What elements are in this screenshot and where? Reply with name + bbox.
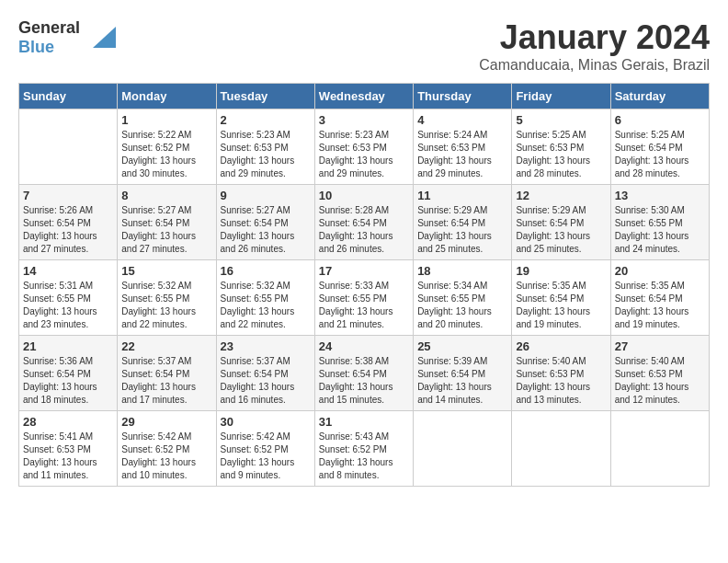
logo: General Blue [18, 18, 116, 57]
day-info: Sunrise: 5:35 AMSunset: 6:54 PMDaylight:… [516, 280, 606, 331]
day-number: 19 [516, 264, 606, 278]
calendar-header-row: SundayMondayTuesdayWednesdayThursdayFrid… [19, 84, 710, 109]
calendar-cell: 29Sunrise: 5:42 AMSunset: 6:52 PMDayligh… [118, 411, 216, 487]
day-number: 24 [319, 339, 409, 353]
day-info: Sunrise: 5:37 AMSunset: 6:54 PMDaylight:… [221, 355, 311, 407]
column-header-saturday: Saturday [610, 84, 709, 109]
calendar-cell: 16Sunrise: 5:32 AMSunset: 6:55 PMDayligh… [216, 260, 314, 336]
calendar-cell: 10Sunrise: 5:28 AMSunset: 6:54 PMDayligh… [314, 185, 413, 260]
day-info: Sunrise: 5:35 AMSunset: 6:54 PMDaylight:… [615, 280, 705, 331]
calendar-cell [512, 411, 610, 487]
logo-icon [84, 22, 116, 54]
day-info: Sunrise: 5:30 AMSunset: 6:55 PMDaylight:… [615, 204, 705, 256]
day-number: 10 [319, 189, 409, 202]
page-subtitle: Camanducaia, Minas Gerais, Brazil [479, 57, 710, 74]
calendar-cell: 9Sunrise: 5:27 AMSunset: 6:54 PMDaylight… [216, 185, 314, 260]
calendar-cell [414, 411, 512, 487]
day-number: 20 [615, 264, 705, 278]
day-info: Sunrise: 5:40 AMSunset: 6:53 PMDaylight:… [516, 355, 606, 407]
calendar-cell: 20Sunrise: 5:35 AMSunset: 6:54 PMDayligh… [610, 260, 709, 336]
calendar-cell: 22Sunrise: 5:37 AMSunset: 6:54 PMDayligh… [118, 336, 216, 411]
calendar-cell: 14Sunrise: 5:31 AMSunset: 6:55 PMDayligh… [19, 260, 118, 336]
calendar-cell: 13Sunrise: 5:30 AMSunset: 6:55 PMDayligh… [610, 185, 709, 260]
title-section: January 2024 Camanducaia, Minas Gerais, … [479, 18, 710, 74]
calendar-week-row: 28Sunrise: 5:41 AMSunset: 6:53 PMDayligh… [19, 411, 710, 487]
day-number: 23 [221, 339, 311, 353]
day-info: Sunrise: 5:23 AMSunset: 6:53 PMDaylight:… [319, 129, 409, 180]
day-number: 18 [417, 264, 507, 278]
day-number: 27 [615, 339, 705, 353]
day-info: Sunrise: 5:23 AMSunset: 6:53 PMDaylight:… [221, 129, 311, 180]
calendar-week-row: 14Sunrise: 5:31 AMSunset: 6:55 PMDayligh… [19, 260, 710, 336]
calendar-cell [19, 109, 118, 185]
day-info: Sunrise: 5:38 AMSunset: 6:54 PMDaylight:… [319, 355, 409, 407]
logo-general: General [18, 18, 80, 37]
day-number: 22 [121, 339, 211, 353]
day-info: Sunrise: 5:27 AMSunset: 6:54 PMDaylight:… [221, 204, 311, 256]
day-info: Sunrise: 5:40 AMSunset: 6:53 PMDaylight:… [615, 355, 705, 407]
day-info: Sunrise: 5:39 AMSunset: 6:54 PMDaylight:… [417, 355, 507, 407]
day-info: Sunrise: 5:28 AMSunset: 6:54 PMDaylight:… [319, 204, 409, 256]
day-number: 16 [221, 264, 311, 278]
day-info: Sunrise: 5:27 AMSunset: 6:54 PMDaylight:… [121, 204, 211, 256]
logo-blue: Blue [18, 38, 54, 56]
day-number: 14 [23, 264, 113, 278]
day-number: 12 [516, 189, 606, 202]
svg-marker-0 [93, 27, 116, 48]
calendar-cell: 27Sunrise: 5:40 AMSunset: 6:53 PMDayligh… [610, 336, 709, 411]
day-info: Sunrise: 5:32 AMSunset: 6:55 PMDaylight:… [221, 280, 311, 331]
day-number: 21 [23, 339, 113, 353]
calendar-cell: 21Sunrise: 5:36 AMSunset: 6:54 PMDayligh… [19, 336, 118, 411]
day-number: 7 [23, 189, 113, 202]
day-info: Sunrise: 5:41 AMSunset: 6:53 PMDaylight:… [23, 431, 113, 482]
calendar-week-row: 7Sunrise: 5:26 AMSunset: 6:54 PMDaylight… [19, 185, 710, 260]
page-title: January 2024 [479, 18, 710, 57]
day-info: Sunrise: 5:25 AMSunset: 6:54 PMDaylight:… [615, 129, 705, 180]
day-info: Sunrise: 5:25 AMSunset: 6:53 PMDaylight:… [516, 129, 606, 180]
day-number: 5 [516, 113, 606, 127]
day-number: 1 [121, 113, 211, 127]
day-number: 30 [221, 415, 311, 429]
calendar-cell: 28Sunrise: 5:41 AMSunset: 6:53 PMDayligh… [19, 411, 118, 487]
day-info: Sunrise: 5:26 AMSunset: 6:54 PMDaylight:… [23, 204, 113, 256]
day-number: 6 [615, 113, 705, 127]
day-number: 26 [516, 339, 606, 353]
calendar-cell: 25Sunrise: 5:39 AMSunset: 6:54 PMDayligh… [414, 336, 512, 411]
calendar-cell: 15Sunrise: 5:32 AMSunset: 6:55 PMDayligh… [118, 260, 216, 336]
calendar-cell: 8Sunrise: 5:27 AMSunset: 6:54 PMDaylight… [118, 185, 216, 260]
day-info: Sunrise: 5:43 AMSunset: 6:52 PMDaylight:… [319, 431, 409, 482]
calendar-table: SundayMondayTuesdayWednesdayThursdayFrid… [18, 83, 710, 487]
calendar-cell: 30Sunrise: 5:42 AMSunset: 6:52 PMDayligh… [216, 411, 314, 487]
calendar-cell: 5Sunrise: 5:25 AMSunset: 6:53 PMDaylight… [512, 109, 610, 185]
column-header-wednesday: Wednesday [314, 84, 413, 109]
day-number: 17 [319, 264, 409, 278]
calendar-cell [610, 411, 709, 487]
day-info: Sunrise: 5:22 AMSunset: 6:52 PMDaylight:… [121, 129, 211, 180]
calendar-week-row: 1Sunrise: 5:22 AMSunset: 6:52 PMDaylight… [19, 109, 710, 185]
day-number: 31 [319, 415, 409, 429]
day-info: Sunrise: 5:29 AMSunset: 6:54 PMDaylight:… [417, 204, 507, 256]
day-number: 8 [121, 189, 211, 202]
calendar-cell: 3Sunrise: 5:23 AMSunset: 6:53 PMDaylight… [314, 109, 413, 185]
calendar-week-row: 21Sunrise: 5:36 AMSunset: 6:54 PMDayligh… [19, 336, 710, 411]
day-number: 11 [417, 189, 507, 202]
calendar-cell: 6Sunrise: 5:25 AMSunset: 6:54 PMDaylight… [610, 109, 709, 185]
day-number: 15 [121, 264, 211, 278]
day-number: 9 [221, 189, 311, 202]
calendar-cell: 26Sunrise: 5:40 AMSunset: 6:53 PMDayligh… [512, 336, 610, 411]
calendar-cell: 23Sunrise: 5:37 AMSunset: 6:54 PMDayligh… [216, 336, 314, 411]
day-info: Sunrise: 5:36 AMSunset: 6:54 PMDaylight:… [23, 355, 113, 407]
day-number: 25 [417, 339, 507, 353]
column-header-monday: Monday [118, 84, 216, 109]
day-info: Sunrise: 5:31 AMSunset: 6:55 PMDaylight:… [23, 280, 113, 331]
day-info: Sunrise: 5:33 AMSunset: 6:55 PMDaylight:… [319, 280, 409, 331]
day-info: Sunrise: 5:32 AMSunset: 6:55 PMDaylight:… [121, 280, 211, 331]
calendar-cell: 2Sunrise: 5:23 AMSunset: 6:53 PMDaylight… [216, 109, 314, 185]
day-number: 4 [417, 113, 507, 127]
day-number: 28 [23, 415, 113, 429]
calendar-cell: 12Sunrise: 5:29 AMSunset: 6:54 PMDayligh… [512, 185, 610, 260]
calendar-cell: 17Sunrise: 5:33 AMSunset: 6:55 PMDayligh… [314, 260, 413, 336]
calendar-cell: 11Sunrise: 5:29 AMSunset: 6:54 PMDayligh… [414, 185, 512, 260]
day-number: 13 [615, 189, 705, 202]
header: General Blue January 2024 Camanducaia, M… [18, 18, 710, 74]
